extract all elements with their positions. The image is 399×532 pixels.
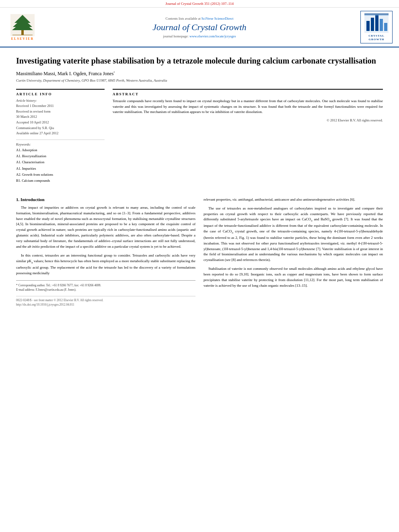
keyword-5: A2. Growth from solutions — [16, 172, 105, 178]
keywords-label: Keywords: — [16, 142, 105, 146]
svg-rect-9 — [375, 15, 378, 31]
abstract-box: ABSTRACT Tetrazole compounds have recent… — [113, 89, 383, 122]
keyword-2: A1. Biocrystallization — [16, 153, 105, 159]
journal-header: ELSEVIER Contents lists available at Sci… — [0, 8, 399, 47]
keyword-3: A1. Characterisation — [16, 159, 105, 165]
article-info-abstract-section: ARTICLE INFO Article history: Received 1… — [16, 89, 383, 189]
section-1-heading: Introduction — [21, 197, 45, 202]
affiliation: Curtin University, Department of Chemist… — [16, 78, 383, 82]
section-1-title: 1. Introduction — [16, 197, 195, 202]
keywords-section: Keywords: A1. Adsorption A1. Biocrystall… — [16, 140, 105, 184]
article-info-label: ARTICLE INFO — [16, 92, 105, 96]
intro-paragraph-2: In this context, tetrazoles are an inter… — [16, 253, 195, 276]
accepted-date: Accepted 10 April 2012 — [16, 120, 105, 125]
sciverse-line: Contents lists available at SciVerse Sci… — [43, 16, 356, 21]
body-content: 1. Introduction The impact of impurities… — [16, 197, 383, 307]
keyword-4: A1. Impurities — [16, 166, 105, 172]
revised-label: Received in revised form — [16, 109, 105, 115]
abstract-label: ABSTRACT — [113, 92, 383, 96]
crystal-growth-logo: CRYSTAL GROWTH — [360, 11, 393, 43]
intro-paragraph-1: The impact of impurities or additives on… — [16, 205, 195, 250]
article-history-label: Article history: — [16, 99, 105, 103]
authors-text: Massimiliano Massi, Mark I. Ogden, Franc… — [16, 71, 115, 76]
section-1-number: 1. — [16, 197, 21, 202]
elsevier-logo: ELSEVIER — [6, 14, 39, 41]
article-info-box: ARTICLE INFO Article history: Received 1… — [16, 89, 105, 184]
right-paragraph-3: Stabilisation of vaterite is not commonl… — [204, 266, 383, 289]
right-paragraph-2: The use of tetrazoles as non-metabolised… — [204, 206, 383, 263]
received-date: Received 1 December 2011 — [16, 103, 105, 109]
main-content: Investigating vaterite phase stabilisati… — [0, 47, 399, 315]
crystal-logo-graphic — [364, 13, 389, 33]
homepage-label: journal homepage: — [163, 34, 189, 38]
footnote-corresponding: * Corresponding author. Tel.: +61 8 9266… — [16, 283, 195, 288]
keyword-6: B1. Calcium compounds — [16, 178, 105, 184]
footnote-email: E-mail address: F.Jones@curtin.edu.au (F… — [16, 288, 195, 292]
sciverse-link[interactable]: SciVerse ScienceDirect — [202, 16, 234, 21]
article-info-column: ARTICLE INFO Article history: Received 1… — [16, 89, 105, 189]
available-online: Available online 27 April 2012 — [16, 131, 105, 136]
keyword-1: A1. Adsorption — [16, 147, 105, 153]
article-title: Investigating vaterite phase stabilisati… — [16, 55, 383, 66]
footer-issn: 0022-0248/$ - see front matter © 2012 El… — [16, 298, 195, 302]
footer-doi: http://dx.doi.org/10.1016/j.jcrysgro.201… — [16, 302, 195, 307]
contents-text: Contents lists available at — [166, 16, 201, 21]
svg-rect-7 — [366, 21, 370, 31]
svg-rect-8 — [371, 18, 374, 31]
abstract-text: Tetrazole compounds have recently been f… — [113, 99, 383, 115]
svg-rect-11 — [384, 23, 387, 31]
authors-line: Massimiliano Massi, Mark I. Ogden, Franc… — [16, 71, 383, 77]
copyright-line: © 2012 Elsevier B.V. All rights reserved… — [113, 118, 383, 122]
crystal-label: CRYSTAL GROWTH — [362, 34, 391, 41]
journal-reference-bar: Journal of Crystal Growth 351 (2012) 107… — [0, 0, 399, 8]
svg-rect-10 — [380, 19, 383, 31]
body-left-column: 1. Introduction The impact of impurities… — [16, 197, 195, 307]
footnote-area: * Corresponding author. Tel.: +61 8 9266… — [16, 280, 195, 292]
abstract-column: ABSTRACT Tetrazole compounds have recent… — [113, 89, 383, 189]
journal-reference-text: Journal of Crystal Growth 351 (2012) 107… — [165, 2, 234, 6]
body-right-column: relevant properties, viz. antifungal, an… — [204, 197, 383, 307]
journal-main-title: Journal of Crystal Growth — [43, 22, 356, 33]
svg-rect-1 — [21, 29, 24, 35]
elsevier-tree-icon — [10, 14, 35, 36]
homepage-url[interactable]: www.elsevier.com/locate/jcrysgro — [189, 34, 236, 38]
and-connector: and — [261, 247, 266, 251]
communicated-line: Communicated by S.R. Qiu — [16, 125, 105, 131]
journal-title-block: Contents lists available at SciVerse Sci… — [43, 16, 356, 38]
revised-date: 30 March 2012 — [16, 114, 105, 120]
journal-homepage: journal homepage: www.elsevier.com/locat… — [43, 34, 356, 38]
footer-bar: 0022-0248/$ - see front matter © 2012 El… — [16, 296, 195, 307]
elsevier-wordmark: ELSEVIER — [11, 37, 34, 41]
right-paragraph-1: relevant properties, viz. antifungal, an… — [204, 197, 383, 203]
